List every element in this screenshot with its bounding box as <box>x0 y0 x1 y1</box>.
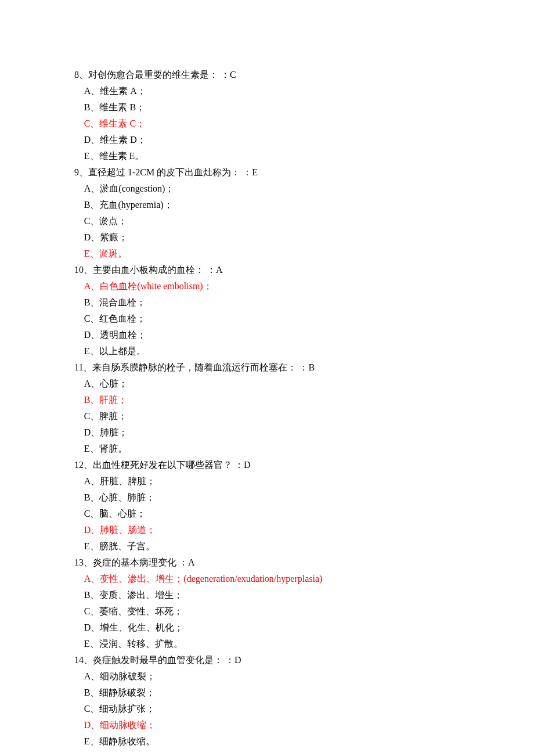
question-block: 13、炎症的基本病理变化 ：A A、变性、渗出、增生；(degeneration… <box>74 555 464 652</box>
question-stem: 11、来自肠系膜静脉的栓子，随着血流运行而栓塞在： ：B <box>74 359 464 376</box>
answer-option: B、混合血栓； <box>74 294 464 311</box>
answer-option: C、萎缩、变性、坏死； <box>74 603 464 620</box>
answer-option: D、紫癜； <box>74 229 464 246</box>
answer-option: E、以上都是。 <box>74 343 464 359</box>
answer-option: D、肺脏、肠道； <box>74 522 464 538</box>
answer-option: C、维生素 C； <box>74 116 464 132</box>
answer-option: B、肝脏； <box>74 392 464 408</box>
answer-option: D、肺脏； <box>74 424 464 441</box>
answer-option: E、膀胱、子宫。 <box>74 538 464 555</box>
answer-option: D、透明血栓； <box>74 327 464 343</box>
answer-option: B、细静脉破裂； <box>74 685 464 701</box>
question-block: 9、直径超过 1-2CM 的皮下出血灶称为： ：E A、淤血(congestio… <box>74 164 464 262</box>
question-stem: 9、直径超过 1-2CM 的皮下出血灶称为： ：E <box>74 164 464 181</box>
answer-option: C、脾脏； <box>74 408 464 424</box>
question-stem: 12、出血性梗死好发在以下哪些器官？ ：D <box>74 457 464 473</box>
answer-option: A、维生素 A； <box>74 83 464 99</box>
answer-option: E、维生素 E。 <box>74 148 464 164</box>
answer-option: C、淤点； <box>74 213 464 229</box>
answer-option: E、浸润、转移、扩散。 <box>74 636 464 652</box>
question-block: 11、来自肠系膜静脉的栓子，随着血流运行而栓塞在： ：B A、心脏； B、肝脏；… <box>74 359 464 457</box>
answer-option: E、淤斑。 <box>74 246 464 262</box>
answer-option: A、心脏； <box>74 376 464 392</box>
answer-option: C、红色血栓； <box>74 311 464 327</box>
answer-option: A、细动脉破裂； <box>74 668 464 685</box>
question-block: 8、对创伤愈合最重要的维生素是： ：C A、维生素 A； B、维生素 B； C、… <box>74 67 464 164</box>
answer-option: C、脑、心脏； <box>74 506 464 522</box>
answer-option: A、淤血(congestion)； <box>74 181 464 197</box>
question-stem: 8、对创伤愈合最重要的维生素是： ：C <box>74 67 464 83</box>
question-stem: 13、炎症的基本病理变化 ：A <box>74 555 464 571</box>
answer-option: D、维生素 D； <box>74 132 464 148</box>
answer-option: B、心脏、肺脏； <box>74 489 464 506</box>
answer-option: E、细静脉收缩。 <box>74 733 464 750</box>
answer-option: B、维生素 B； <box>74 99 464 116</box>
answer-option: E、肾脏。 <box>74 441 464 457</box>
question-stem: 10、主要由血小板构成的血栓： ：A <box>74 262 464 278</box>
question-stem: 14、炎症触发时最早的血管变化是： ：D <box>74 652 464 668</box>
answer-option: A、变性、渗出、增生；(degeneration/exudation/hyper… <box>74 571 464 587</box>
answer-option: A、白色血栓(white embolism)； <box>74 278 464 294</box>
answer-option: B、变质、渗出、增生； <box>74 587 464 603</box>
answer-option: C、细动脉扩张； <box>74 701 464 717</box>
question-block: 14、炎症触发时最早的血管变化是： ：D A、细动脉破裂； B、细静脉破裂； C… <box>74 652 464 750</box>
answer-option: A、肝脏、脾脏； <box>74 473 464 489</box>
document-page: 8、对创伤愈合最重要的维生素是： ：C A、维生素 A； B、维生素 B； C、… <box>0 0 534 756</box>
answer-option: D、增生、化生、机化； <box>74 620 464 636</box>
question-block: 12、出血性梗死好发在以下哪些器官？ ：D A、肝脏、脾脏； B、心脏、肺脏； … <box>74 457 464 555</box>
answer-option: B、充血(hyperemia)； <box>74 197 464 213</box>
answer-option: D、细动脉收缩； <box>74 717 464 733</box>
question-block: 10、主要由血小板构成的血栓： ：A A、白色血栓(white embolism… <box>74 262 464 359</box>
